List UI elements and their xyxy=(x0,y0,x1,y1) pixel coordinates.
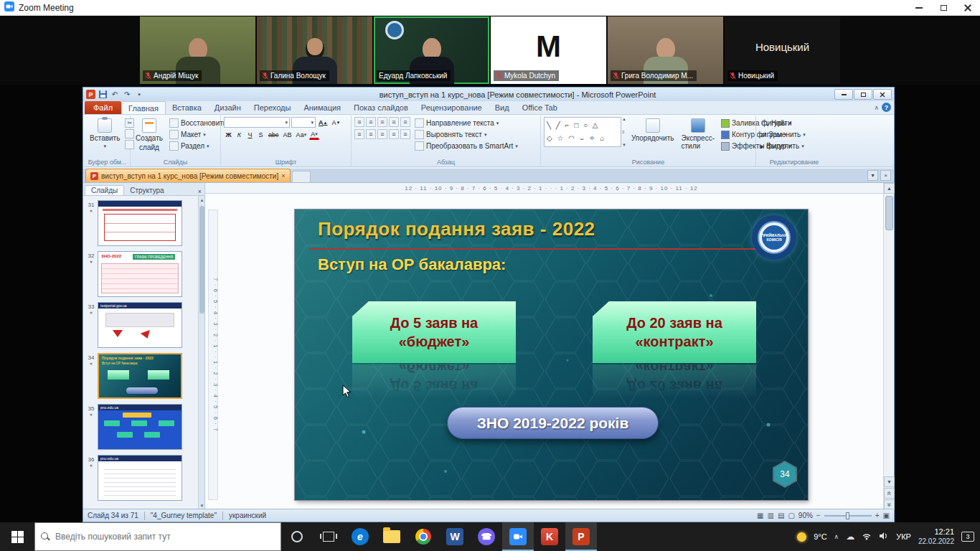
section-button[interactable]: Раздел▾ xyxy=(168,141,228,151)
convert-smartart-button[interactable]: Преобразовать в SmartArt▾ xyxy=(413,141,519,151)
italic-button[interactable]: К xyxy=(235,130,244,140)
panel-scroll-thumb[interactable] xyxy=(199,206,204,314)
slide-counter[interactable]: Слайд 34 из 71 xyxy=(88,512,138,519)
participant-tile[interactable]: M Mykola Dutchyn xyxy=(491,17,606,84)
font-name-select[interactable]: ▾ xyxy=(224,117,290,128)
change-case-button[interactable]: Аа▾ xyxy=(295,130,308,140)
align-left-icon[interactable]: ≡ xyxy=(354,129,364,139)
undo-button[interactable]: ↶ xyxy=(110,90,120,100)
new-document-tab[interactable] xyxy=(292,171,311,182)
tab-office-tab[interactable]: Office Tab xyxy=(516,101,564,114)
new-slide-button[interactable]: Создать слайд xyxy=(133,117,165,153)
group-label[interactable]: Слайды xyxy=(133,158,217,166)
save-button[interactable] xyxy=(98,90,108,100)
shapes-gallery[interactable]: ╲ ╱ ⌐ □ ○ △ ◇ ☆ ◠ ⌣ ✧ ⌂ xyxy=(544,117,621,147)
zoom-slider[interactable] xyxy=(824,515,872,517)
arrange-button[interactable]: Упорядочить xyxy=(629,117,677,143)
restore-button[interactable]: Восстановить xyxy=(168,118,228,128)
word-taskbar-icon[interactable]: W xyxy=(439,522,471,551)
taskbar-clock[interactable]: 12:21 22.02.2022 xyxy=(918,527,954,546)
maximize-button[interactable] xyxy=(931,0,956,16)
collapse-ribbon-icon[interactable]: ∧ xyxy=(874,104,879,111)
panel-scrollbar[interactable]: ▲ ▼ xyxy=(198,196,204,510)
ppt-close-button[interactable] xyxy=(873,89,892,100)
document-tab[interactable]: P виступ_вступ на 1 курс_нова [Режим сов… xyxy=(85,169,291,182)
grow-font-button[interactable]: А▲ xyxy=(317,118,329,128)
tab-home[interactable]: Главная xyxy=(121,101,166,114)
tab-insert[interactable]: Вставка xyxy=(166,101,208,114)
layout-button[interactable]: Макет▾ xyxy=(168,129,228,140)
group-label[interactable]: Редактирование xyxy=(759,158,829,166)
group-label[interactable]: Рисование xyxy=(544,158,753,166)
participant-tile[interactable]: Андрій Міщук xyxy=(140,17,255,84)
slide-thumbnail-35[interactable]: pnu.edu.ua xyxy=(98,404,182,450)
search-input[interactable] xyxy=(55,532,275,542)
contract-applications-box[interactable]: До 20 заяв на «контракт» xyxy=(593,301,756,363)
minimize-button[interactable] xyxy=(907,0,931,16)
panel-tab-slides[interactable]: Слайды xyxy=(85,185,124,195)
participant-tile[interactable]: Грига Володимир М... xyxy=(608,17,723,84)
participant-tile[interactable]: Едуард Лапковський xyxy=(374,17,489,84)
doc-tabbar-close-icon[interactable]: × xyxy=(880,170,891,181)
qat-dropdown-icon[interactable]: ▾ xyxy=(134,90,144,100)
strikethrough-button[interactable]: abc xyxy=(267,130,281,140)
panel-tab-outline[interactable]: Структура xyxy=(124,186,169,195)
select-button[interactable]: ▸Выделить▾ xyxy=(759,141,807,151)
bold-button[interactable]: Ж xyxy=(224,130,233,140)
numbering-icon[interactable]: ≡ xyxy=(366,117,376,127)
slide-subtitle[interactable]: Вступ на ОР бакалавра: xyxy=(318,255,506,274)
doc-tabbar-menu-icon[interactable]: ▾ xyxy=(867,170,878,181)
slide-thumbnail-33[interactable]: testportal.gov.ua xyxy=(98,302,182,348)
align-text-button[interactable]: Выровнять текст▾ xyxy=(413,129,519,140)
columns-icon[interactable]: ≡ xyxy=(400,129,410,139)
hidden-icons-chevron[interactable]: ∧ xyxy=(834,533,839,540)
onedrive-cloud-icon[interactable]: ☁ xyxy=(846,532,854,542)
slide-canvas[interactable]: Порядок подання заяв - 2022 ПРИЙМАЛЬНА К… xyxy=(295,209,808,500)
powerpoint-taskbar-icon[interactable]: P xyxy=(565,522,597,551)
fit-to-window-icon[interactable]: ▣ xyxy=(883,512,890,519)
tab-file[interactable]: Файл xyxy=(85,101,121,114)
normal-view-icon[interactable]: ▦ xyxy=(757,512,763,519)
zoom-slider-knob[interactable] xyxy=(846,512,849,519)
file-explorer-taskbar-icon[interactable] xyxy=(376,522,407,551)
paste-dropdown-icon[interactable]: ▾ xyxy=(103,143,106,149)
budget-applications-box[interactable]: До 5 заяв на «бюджет» xyxy=(352,301,516,363)
shadow-button[interactable]: S xyxy=(256,130,265,140)
group-label[interactable]: Буфер обм... xyxy=(88,158,127,166)
taskbar-search[interactable] xyxy=(34,522,281,551)
slide-thumbnail-36[interactable]: pnu.edu.ua xyxy=(98,455,182,501)
language-indicator[interactable]: украинский xyxy=(229,512,266,519)
char-spacing-button[interactable]: АВ xyxy=(282,130,293,140)
underline-button[interactable]: Ч xyxy=(245,130,255,140)
scroll-down-button[interactable]: ▼ xyxy=(884,476,895,487)
zoom-in-icon[interactable]: + xyxy=(875,512,880,519)
chrome-taskbar-icon[interactable] xyxy=(407,522,439,551)
paste-button[interactable]: Вставить ▾ xyxy=(88,117,122,151)
group-label[interactable]: Абзац xyxy=(354,158,537,166)
previous-slide-button[interactable]: « xyxy=(884,488,895,499)
edge-taskbar-icon[interactable]: e xyxy=(344,522,376,551)
doc-tab-close-icon[interactable]: × xyxy=(281,172,285,179)
help-icon[interactable]: ? xyxy=(882,103,891,112)
replace-button[interactable]: ⇄Заменить▾ xyxy=(759,129,807,140)
slide-thumbnail-31[interactable] xyxy=(98,200,182,246)
zoom-taskbar-icon[interactable] xyxy=(502,522,534,551)
bullets-icon[interactable]: ≡ xyxy=(354,117,364,127)
vertical-scrollbar[interactable]: ▲ ▼ « » xyxy=(883,183,894,510)
notification-center-button[interactable]: 3 xyxy=(961,532,974,542)
slide-title[interactable]: Порядок подання заяв - 2022 xyxy=(318,218,595,240)
close-button[interactable] xyxy=(956,0,980,16)
group-label[interactable]: Шрифт xyxy=(224,158,348,166)
kmplayer-taskbar-icon[interactable]: K xyxy=(534,522,565,551)
font-size-select[interactable]: ▾ xyxy=(291,117,316,128)
scroll-up-button[interactable]: ▲ xyxy=(884,183,895,194)
justify-icon[interactable]: ≡ xyxy=(389,129,399,139)
viber-taskbar-icon[interactable]: ☎ xyxy=(471,522,502,551)
participant-tile[interactable]: Галина Волощук xyxy=(257,17,372,84)
shrink-font-button[interactable]: А▼ xyxy=(330,118,341,128)
ppt-minimize-button[interactable] xyxy=(834,89,853,100)
participant-tile[interactable]: Новицький Новицький xyxy=(725,17,840,84)
volume-icon[interactable] xyxy=(879,532,889,542)
find-button[interactable]: Найти xyxy=(759,118,807,128)
slide-thumbnail-32[interactable]: ЗНО-2022 ГРАФІК ПРОВЕДЕННЯ xyxy=(98,251,182,297)
